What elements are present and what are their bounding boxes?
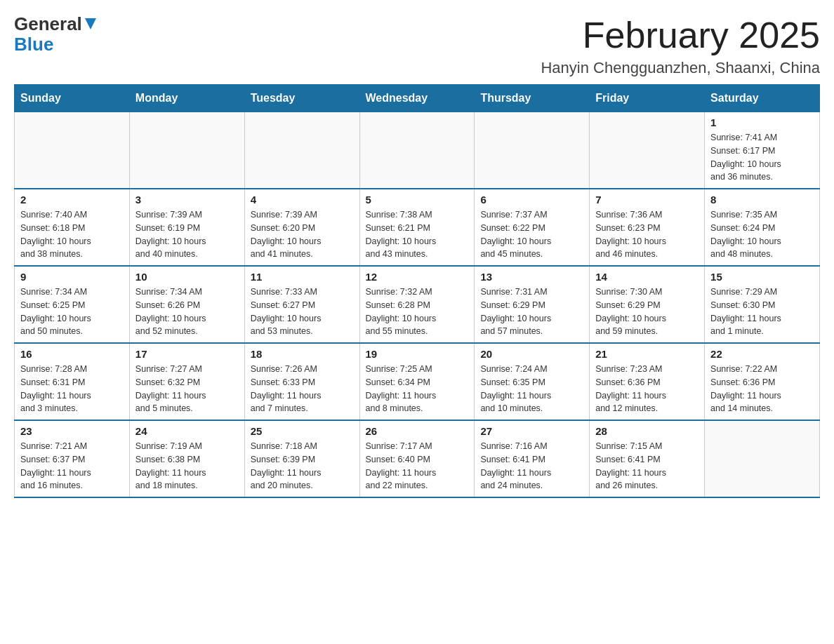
day-number: 28 [595,425,699,437]
logo-blue-text: Blue [14,34,98,55]
calendar-cell: 22Sunrise: 7:22 AM Sunset: 6:36 PM Dayli… [705,343,820,420]
header-thursday: Thursday [475,85,590,112]
page-title: February 2025 [541,14,820,56]
day-number: 10 [135,271,239,283]
header-tuesday: Tuesday [244,85,359,112]
day-info: Sunrise: 7:21 AM Sunset: 6:37 PM Dayligh… [20,440,124,492]
day-number: 8 [710,194,814,206]
calendar-cell: 16Sunrise: 7:28 AM Sunset: 6:31 PM Dayli… [15,343,130,420]
calendar-week-2: 9Sunrise: 7:34 AM Sunset: 6:25 PM Daylig… [15,266,820,343]
day-info: Sunrise: 7:31 AM Sunset: 6:29 PM Dayligh… [480,286,583,338]
title-block: February 2025 Hanyin Chengguanzhen, Shaa… [541,14,820,77]
day-number: 6 [480,194,583,206]
calendar-cell: 19Sunrise: 7:25 AM Sunset: 6:34 PM Dayli… [359,343,475,420]
day-number: 22 [710,348,814,360]
calendar-cell: 18Sunrise: 7:26 AM Sunset: 6:33 PM Dayli… [244,343,359,420]
calendar-cell: 15Sunrise: 7:29 AM Sunset: 6:30 PM Dayli… [705,266,820,343]
calendar-cell [475,112,590,189]
calendar-cell [15,112,130,189]
day-info: Sunrise: 7:26 AM Sunset: 6:33 PM Dayligh… [251,363,354,415]
calendar-cell: 5Sunrise: 7:38 AM Sunset: 6:21 PM Daylig… [359,189,475,266]
day-number: 9 [20,271,124,283]
calendar-cell: 3Sunrise: 7:39 AM Sunset: 6:19 PM Daylig… [129,189,244,266]
header-sunday: Sunday [15,85,130,112]
day-number: 24 [135,425,239,437]
day-number: 7 [595,194,699,206]
calendar-week-4: 23Sunrise: 7:21 AM Sunset: 6:37 PM Dayli… [15,420,820,497]
day-number: 27 [480,425,583,437]
day-number: 12 [366,271,469,283]
day-info: Sunrise: 7:32 AM Sunset: 6:28 PM Dayligh… [366,286,469,338]
calendar-cell [705,420,820,497]
calendar-cell: 11Sunrise: 7:33 AM Sunset: 6:27 PM Dayli… [244,266,359,343]
day-number: 2 [20,194,124,206]
logo-text-group: General Blue [14,14,98,54]
day-number: 11 [251,271,354,283]
day-info: Sunrise: 7:38 AM Sunset: 6:21 PM Dayligh… [366,208,469,261]
calendar-cell: 4Sunrise: 7:39 AM Sunset: 6:20 PM Daylig… [244,189,359,266]
day-info: Sunrise: 7:40 AM Sunset: 6:18 PM Dayligh… [20,208,124,261]
day-info: Sunrise: 7:37 AM Sunset: 6:22 PM Dayligh… [480,208,583,261]
day-info: Sunrise: 7:33 AM Sunset: 6:27 PM Dayligh… [251,286,354,338]
day-info: Sunrise: 7:35 AM Sunset: 6:24 PM Dayligh… [710,208,814,261]
calendar-body: 1Sunrise: 7:41 AM Sunset: 6:17 PM Daylig… [15,112,820,498]
calendar-cell: 1Sunrise: 7:41 AM Sunset: 6:17 PM Daylig… [705,112,820,189]
day-info: Sunrise: 7:41 AM Sunset: 6:17 PM Dayligh… [710,131,814,184]
day-number: 14 [595,271,699,283]
day-number: 4 [251,194,354,206]
day-number: 1 [710,116,814,128]
day-info: Sunrise: 7:34 AM Sunset: 6:25 PM Dayligh… [20,286,124,338]
calendar-cell [244,112,359,189]
day-info: Sunrise: 7:22 AM Sunset: 6:36 PM Dayligh… [710,363,814,415]
calendar-cell: 6Sunrise: 7:37 AM Sunset: 6:22 PM Daylig… [475,189,590,266]
day-number: 25 [251,425,354,437]
day-info: Sunrise: 7:28 AM Sunset: 6:31 PM Dayligh… [20,363,124,415]
day-info: Sunrise: 7:39 AM Sunset: 6:20 PM Dayligh… [251,208,354,261]
header-saturday: Saturday [705,85,820,112]
page-subtitle: Hanyin Chengguanzhen, Shaanxi, China [541,59,820,77]
day-info: Sunrise: 7:36 AM Sunset: 6:23 PM Dayligh… [595,208,699,261]
calendar-cell [129,112,244,189]
calendar-cell: 2Sunrise: 7:40 AM Sunset: 6:18 PM Daylig… [15,189,130,266]
day-info: Sunrise: 7:23 AM Sunset: 6:36 PM Dayligh… [595,363,699,415]
day-number: 20 [480,348,583,360]
day-number: 5 [366,194,469,206]
day-info: Sunrise: 7:15 AM Sunset: 6:41 PM Dayligh… [595,440,699,492]
day-info: Sunrise: 7:16 AM Sunset: 6:41 PM Dayligh… [480,440,583,492]
svg-marker-0 [85,18,96,29]
day-info: Sunrise: 7:39 AM Sunset: 6:19 PM Dayligh… [135,208,239,261]
day-number: 19 [366,348,469,360]
calendar-cell: 12Sunrise: 7:32 AM Sunset: 6:28 PM Dayli… [359,266,475,343]
day-number: 26 [366,425,469,437]
calendar-cell: 27Sunrise: 7:16 AM Sunset: 6:41 PM Dayli… [475,420,590,497]
calendar-cell: 17Sunrise: 7:27 AM Sunset: 6:32 PM Dayli… [129,343,244,420]
header-friday: Friday [590,85,705,112]
day-number: 13 [480,271,583,283]
day-info: Sunrise: 7:19 AM Sunset: 6:38 PM Dayligh… [135,440,239,492]
logo: General Blue [14,14,98,54]
calendar-table: Sunday Monday Tuesday Wednesday Thursday… [14,84,820,498]
day-number: 21 [595,348,699,360]
day-number: 23 [20,425,124,437]
calendar-cell: 26Sunrise: 7:17 AM Sunset: 6:40 PM Dayli… [359,420,475,497]
calendar-cell: 23Sunrise: 7:21 AM Sunset: 6:37 PM Dayli… [15,420,130,497]
calendar-week-1: 2Sunrise: 7:40 AM Sunset: 6:18 PM Daylig… [15,189,820,266]
day-number: 16 [20,348,124,360]
calendar-cell: 9Sunrise: 7:34 AM Sunset: 6:25 PM Daylig… [15,266,130,343]
calendar-header-row: Sunday Monday Tuesday Wednesday Thursday… [15,85,820,112]
header-monday: Monday [129,85,244,112]
calendar-cell: 25Sunrise: 7:18 AM Sunset: 6:39 PM Dayli… [244,420,359,497]
day-number: 3 [135,194,239,206]
day-number: 18 [251,348,354,360]
calendar-cell: 8Sunrise: 7:35 AM Sunset: 6:24 PM Daylig… [705,189,820,266]
calendar-cell [590,112,705,189]
day-number: 17 [135,348,239,360]
header-wednesday: Wednesday [359,85,475,112]
calendar-cell: 20Sunrise: 7:24 AM Sunset: 6:35 PM Dayli… [475,343,590,420]
calendar-cell: 13Sunrise: 7:31 AM Sunset: 6:29 PM Dayli… [475,266,590,343]
calendar-cell: 10Sunrise: 7:34 AM Sunset: 6:26 PM Dayli… [129,266,244,343]
logo-general: General [14,14,98,34]
day-info: Sunrise: 7:18 AM Sunset: 6:39 PM Dayligh… [251,440,354,492]
day-info: Sunrise: 7:17 AM Sunset: 6:40 PM Dayligh… [366,440,469,492]
calendar-cell: 21Sunrise: 7:23 AM Sunset: 6:36 PM Dayli… [590,343,705,420]
